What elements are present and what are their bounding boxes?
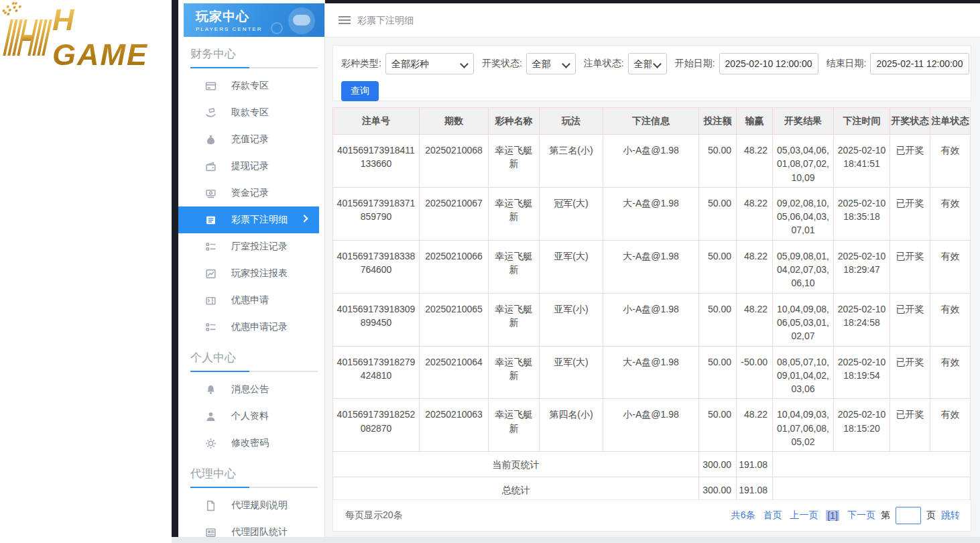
column-header: 期数 [420,108,489,135]
sidebar-item-label: 修改密码 [231,437,269,449]
page-divider [172,0,178,543]
table-cell: 09,02,08,10,05,06,04,03,07,01 [773,187,834,240]
gamepad-icon [288,7,315,34]
sidebar-item-label: 玩家投注报表 [231,267,288,280]
table-cell: 48.22 [737,135,773,188]
summary-label: 当前页统计 [333,452,699,477]
bet-detail-table: 注单号期数彩种名称玩法下注信息投注额输赢开奖结果下注时间开奖状态注单状态 401… [332,107,971,503]
total-count: 共6条 [731,509,755,522]
table-cell: 幸运飞艇新 [489,135,540,188]
sidebar-item[interactable]: 修改密码 [178,430,324,457]
chevron-right-icon [300,215,308,222]
table-cell: 401569173918338764600 [333,240,420,293]
draw-status-select[interactable]: 全部 [526,53,576,74]
bottom-strip [172,537,980,543]
table-cell: -50.00 [737,346,773,399]
table-cell: 有效 [930,135,971,188]
first-page-link[interactable]: 首页 [763,509,782,522]
table-cell: 有效 [930,187,971,240]
sidebar-section-title: 财务中心 [190,46,312,67]
sidebar-item[interactable]: 资金记录 [178,180,324,206]
table-cell: 小-A盘@1.98 [603,293,699,346]
sidebar-item[interactable]: 彩票下注明细 [178,206,319,233]
logo-text: H GAME [52,3,172,72]
sidebar-item[interactable]: 存款专区 [178,72,324,99]
sidebar-item[interactable]: 个人资料 [178,403,324,430]
hamburger-menu-icon[interactable] [339,16,351,25]
table-cell: 20250210068 [420,135,489,188]
table-row: 40156917391837185979020250210067幸运飞艇新冠军(… [333,187,971,240]
moneybag-icon [205,134,217,145]
table-cell: 401569173918252082870 [333,399,420,452]
sidebar-section-title: 个人中心 [190,350,312,371]
lottery-type-select[interactable]: 全部彩种 [385,53,474,74]
table-cell: 05,09,08,01,04,02,07,03,06,10 [773,240,834,293]
column-header: 输赢 [737,108,773,135]
table-cell: 已开奖 [890,135,930,188]
table-cell: 50.00 [699,346,737,399]
pager: 共6条 首页 上一页 [1] 下一页 第 页 跳转 [731,507,960,524]
sidebar-item[interactable]: 优惠申请 [178,287,324,314]
wallet-icon [205,161,217,172]
table-cell: 大-A盘@1.98 [603,187,699,240]
table-cell: 小-A盘@1.98 [603,135,699,188]
table-cell: 50.00 [699,135,737,188]
table-cell: 幸运飞艇新 [489,293,540,346]
table-cell: 401569173918411133660 [333,135,420,188]
column-header: 彩种名称 [489,108,540,135]
bell-icon [205,384,217,396]
sidebar-item-label: 优惠申请 [231,294,269,306]
jump-page-input[interactable] [896,507,921,524]
sidebar-item[interactable]: 厅室投注记录 [178,233,324,260]
next-page-link[interactable]: 下一页 [847,509,875,522]
end-date-input[interactable] [870,53,969,74]
promo-list-icon [205,322,217,333]
sidebar-item-label: 彩票下注明细 [231,214,288,226]
table-row: 40156917391841113366020250210068幸运飞艇新第三名… [333,135,971,188]
sidebar-item[interactable]: 消息公告 [178,376,324,403]
table-cell: 幸运飞艇新 [489,346,540,399]
sidebar-item-label: 个人资料 [231,410,269,422]
table-cell: 有效 [930,399,971,452]
sidebar-item[interactable]: 充值记录 [178,126,324,153]
sidebar-item[interactable]: 提现记录 [178,153,324,180]
pagination-bar: 每页显示20条 共6条 首页 上一页 [1] 下一页 第 页 跳转 [332,499,971,532]
table-cell: 第三名(小) [540,135,603,188]
start-date-input[interactable] [719,53,818,74]
sidebar-item-label: 提现记录 [231,160,269,172]
table-cell: 50.00 [699,293,737,346]
table-cell: 亚军(大) [540,346,603,399]
table-cell: 48.22 [737,240,773,293]
sidebar-item-label: 资金记录 [231,187,269,199]
sidebar-item-label: 存款专区 [231,80,269,92]
table-cell: 2025-02-10 18:35:18 [834,187,890,240]
prev-page-link[interactable]: 上一页 [790,509,818,522]
sidebar-item[interactable]: 优惠申请记录 [178,314,324,341]
table-cell: 冠军(大) [540,187,603,240]
sidebar-item[interactable]: 玩家投注报表 [178,260,324,287]
left-pane: H GAME [0,0,172,543]
sidebar-section-title: 代理中心 [190,466,312,487]
summary-winloss-total: 191.08 [737,452,773,477]
jump-button[interactable]: 跳转 [941,509,960,522]
table-cell: 已开奖 [890,293,930,346]
column-header: 下注信息 [603,108,699,135]
table-row: 40156917391830989945020250210065幸运飞艇新亚军(… [333,293,971,346]
query-button[interactable]: 查询 [341,81,379,101]
order-status-select[interactable]: 全部 [628,53,667,74]
table-cell: 08,05,07,10,09,01,04,02,03,06 [773,346,834,399]
table-cell: 有效 [930,346,971,399]
table-row: 40156917391833876460020250210066幸运飞艇新亚军(… [333,240,971,293]
column-header: 注单状态 [930,108,971,135]
table-cell: 已开奖 [890,187,930,240]
table-cell: 20250210066 [420,240,489,293]
table-cell: 大-A盘@1.98 [603,240,699,293]
sidebar-item-label: 优惠申请记录 [231,321,288,333]
sidebar-item[interactable]: 取款专区 [178,99,324,126]
summary-empty-cell [773,452,971,477]
report-chart-icon [205,268,217,280]
column-header: 注单号 [333,108,420,135]
sidebar-item-label: 取款专区 [231,107,269,119]
table-row: 40156917391825208287020250210063幸运飞艇新第四名… [333,399,971,452]
sidebar-item[interactable]: 代理规则说明 [178,492,324,519]
